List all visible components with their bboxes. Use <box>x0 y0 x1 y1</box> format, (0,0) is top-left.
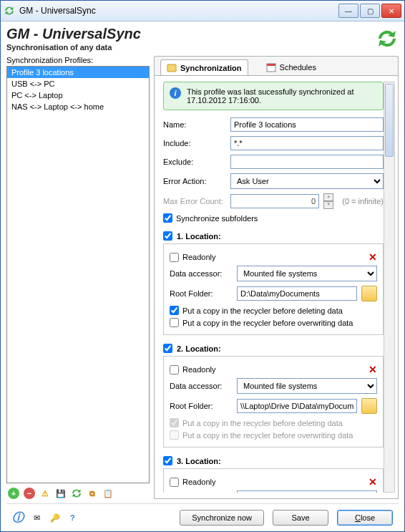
save-icon[interactable]: 💾 <box>55 488 67 499</box>
maximize-button[interactable]: ▢ <box>360 4 380 18</box>
right-panel: Synchronization Schedules i This profile… <box>154 56 399 499</box>
exclude-input[interactable] <box>230 155 384 169</box>
readonly-label: Readonly <box>182 253 215 261</box>
root-folder-input[interactable] <box>237 399 357 413</box>
scrollbar[interactable] <box>384 82 395 493</box>
label-name: Name: <box>163 120 226 129</box>
label-error-action: Error Action: <box>163 177 226 185</box>
save-button[interactable]: Save <box>273 510 328 526</box>
app-icon <box>4 5 15 16</box>
recycle-delete-checkbox <box>170 418 179 427</box>
svg-rect-0 <box>167 64 176 72</box>
browse-folder-button[interactable] <box>361 398 377 414</box>
delete-location-icon[interactable]: ✕ <box>369 364 377 375</box>
synchronize-now-button[interactable]: Synchronize now <box>180 510 264 526</box>
delete-location-icon[interactable]: ✕ <box>369 251 377 263</box>
close-window-button[interactable]: ✕ <box>381 4 401 18</box>
bottom-icons: ⓘ ✉ 🔑 ? <box>12 511 75 526</box>
scrollbar-thumb[interactable] <box>385 84 394 157</box>
sync-subfolders-checkbox[interactable] <box>163 213 172 223</box>
browse-folder-button[interactable] <box>361 286 377 301</box>
location-group: Readonly ✕ Data accessor: Mounted file s… <box>163 356 384 448</box>
sidebar-label: Synchronization Profiles: <box>6 56 150 64</box>
error-action-select[interactable]: Ask User <box>230 173 384 189</box>
label-root-folder: Root Folder: <box>170 402 233 410</box>
recycle-delete-label: Put a copy in the recycler before deleti… <box>182 419 343 427</box>
tabs: Synchronization Schedules <box>154 56 399 75</box>
location-header: 3. Location: <box>163 456 384 465</box>
recycle-overwrite-label: Put a copy in the recycler before overwr… <box>182 319 353 327</box>
readonly-label: Readonly <box>182 478 215 486</box>
data-accessor-select[interactable]: Mounted file systems <box>237 490 377 493</box>
page-subtitle: Synchronisation of any data <box>6 43 141 52</box>
location-enable-checkbox[interactable] <box>163 344 172 353</box>
tab-content: i This profile was last sucessfully sync… <box>154 75 399 499</box>
name-input[interactable] <box>230 117 384 132</box>
max-errors-input <box>230 194 319 208</box>
sync-icon[interactable] <box>71 488 82 499</box>
data-accessor-select[interactable]: Mounted file systems <box>237 266 377 281</box>
include-input[interactable] <box>230 136 384 150</box>
recycle-delete-checkbox[interactable] <box>170 306 179 315</box>
profile-item[interactable]: USB <-> PC <box>7 78 149 90</box>
warning-icon[interactable]: ⚠ <box>39 488 51 499</box>
main-split: Synchronization Profiles: Profile 3 loca… <box>6 56 399 499</box>
paste-icon[interactable]: 📋 <box>102 488 114 499</box>
window-buttons: ― ▢ ✕ <box>338 4 401 18</box>
page-title: GM - UniversalSync <box>6 26 141 42</box>
key-icon[interactable]: 🔑 <box>50 513 60 523</box>
bottom-bar: ⓘ ✉ 🔑 ? Synchronize now Save Close <box>6 503 399 526</box>
titlebar: GM - UniversalSync ― ▢ ✕ <box>1 1 404 21</box>
recycle-overwrite-checkbox[interactable] <box>170 318 179 327</box>
help-icon[interactable]: ? <box>70 513 75 522</box>
location-header: 1. Location: <box>163 231 384 241</box>
label-root-folder: Root Folder: <box>170 289 233 298</box>
location-title: 3. Location: <box>177 457 221 465</box>
close-button[interactable]: Close <box>337 510 393 526</box>
tab-synchronization[interactable]: Synchronization <box>160 59 248 76</box>
refresh-icon[interactable] <box>376 27 399 50</box>
sync-subfolders-label: Synchronize subfolders <box>176 214 258 223</box>
window-title: GM - UniversalSync <box>19 6 338 16</box>
sidebar-toolbar: + − ⚠ 💾 ⧉ 📋 <box>6 483 150 499</box>
location-enable-checkbox[interactable] <box>163 456 172 465</box>
tab-schedules[interactable]: Schedules <box>260 59 323 75</box>
copy-icon[interactable]: ⧉ <box>87 488 98 499</box>
location-group: Readonly ✕ Data accessor: Mounted file s… <box>163 468 384 493</box>
readonly-checkbox[interactable] <box>170 253 179 262</box>
location-group: Readonly ✕ Data accessor: Mounted file s… <box>163 243 384 335</box>
info-icon: i <box>170 87 181 99</box>
profile-item[interactable]: NAS <-> Laptop <-> home <box>7 101 149 112</box>
label-data-accessor: Data accessor: <box>170 382 233 390</box>
mail-icon[interactable]: ✉ <box>34 513 40 523</box>
client-area: GM - UniversalSync Synchronisation of an… <box>1 21 404 531</box>
minimize-button[interactable]: ― <box>338 4 358 18</box>
recycle-delete-label: Put a copy in the recycler before deleti… <box>182 306 343 315</box>
readonly-checkbox[interactable] <box>170 365 179 374</box>
info-icon[interactable]: ⓘ <box>12 511 24 526</box>
recycle-overwrite-label: Put a copy in the recycler before overwr… <box>182 431 353 440</box>
calendar-icon <box>266 62 276 72</box>
status-notice: i This profile was last sucessfully sync… <box>163 82 384 110</box>
label-include: Include: <box>163 139 226 147</box>
label-data-accessor: Data accessor: <box>170 269 233 278</box>
delete-location-icon[interactable]: ✕ <box>369 476 377 488</box>
svg-rect-2 <box>267 64 275 66</box>
scroll-area: i This profile was last sucessfully sync… <box>163 82 384 493</box>
root-folder-input[interactable] <box>237 286 357 301</box>
readonly-checkbox[interactable] <box>170 478 179 487</box>
remove-icon[interactable]: − <box>24 488 35 499</box>
profile-item[interactable]: PC <-> Laptop <box>7 90 149 101</box>
max-errors-hint: (0 = infinite) <box>342 197 384 205</box>
max-errors-spinner: ▲▼ <box>323 193 333 209</box>
status-text: This profile was last sucessfully synchr… <box>187 87 377 105</box>
label-exclude: Exclude: <box>163 158 226 166</box>
sidebar: Synchronization Profiles: Profile 3 loca… <box>6 56 150 499</box>
add-icon[interactable]: + <box>8 488 19 499</box>
tab-label: Schedules <box>280 63 316 72</box>
location-enable-checkbox[interactable] <box>163 231 172 241</box>
location-header: 2. Location: <box>163 344 384 353</box>
profile-item[interactable]: Profile 3 locations <box>7 67 149 78</box>
profile-list[interactable]: Profile 3 locations USB <-> PC PC <-> La… <box>6 66 150 483</box>
data-accessor-select[interactable]: Mounted file systems <box>237 378 377 394</box>
